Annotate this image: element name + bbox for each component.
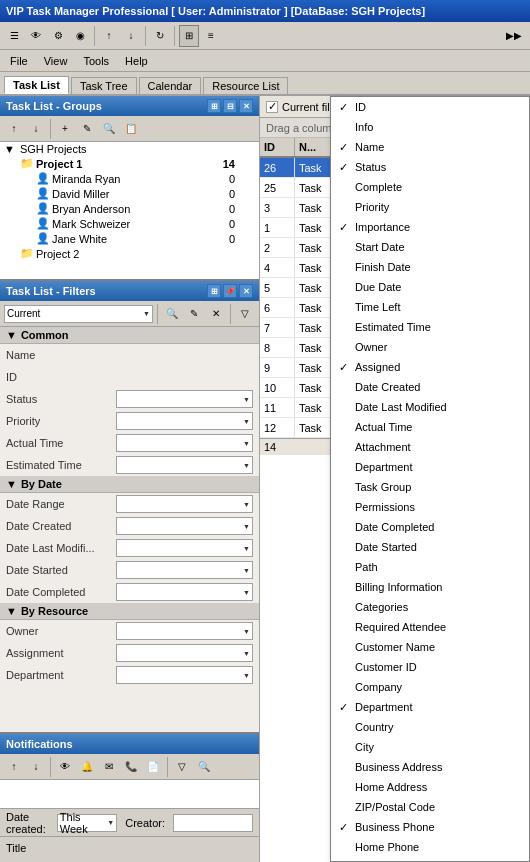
- dropdown-item-taskgroup[interactable]: Task Group: [331, 477, 529, 497]
- tab-calendar[interactable]: Calendar: [139, 77, 202, 94]
- dropdown-item-complete[interactable]: Complete: [331, 177, 529, 197]
- dropdown-item-attachment[interactable]: Attachment: [331, 437, 529, 457]
- toolbar-btn-circle[interactable]: ◉: [70, 25, 90, 47]
- notif-btn-bell[interactable]: 🔔: [77, 756, 97, 778]
- toolbar-btn-grid[interactable]: ⊞: [179, 25, 199, 47]
- dropdown-item-customerid[interactable]: Customer ID: [331, 657, 529, 677]
- tree-person-3[interactable]: 👤 Bryan Anderson 0: [0, 201, 259, 216]
- filter-datecompleted-combo[interactable]: ▼: [116, 583, 253, 601]
- current-filter-checkbox[interactable]: ✓: [266, 101, 278, 113]
- tree-root[interactable]: ▼ SGH Projects: [0, 142, 259, 156]
- dropdown-item-importance[interactable]: Importance: [331, 217, 529, 237]
- filter-section-date[interactable]: ▼ By Date: [0, 476, 259, 493]
- tree-person-5[interactable]: 👤 Jane White 0: [0, 231, 259, 246]
- filter-current-combo[interactable]: Current ▼: [4, 305, 153, 323]
- dropdown-item-jobtitle[interactable]: Job Title: [331, 857, 529, 862]
- dropdown-item-homephone[interactable]: Home Phone: [331, 837, 529, 857]
- filters-icon-1[interactable]: ⊞: [207, 284, 221, 298]
- notif-btn-1[interactable]: ↑: [4, 756, 24, 778]
- dropdown-item-country[interactable]: Country: [331, 717, 529, 737]
- dropdown-item-actualtime[interactable]: Actual Time: [331, 417, 529, 437]
- toolbar-btn-right[interactable]: ▶▶: [502, 25, 526, 47]
- th-id[interactable]: ID: [260, 138, 295, 156]
- filters-icon-pin[interactable]: 📌: [223, 284, 237, 298]
- dropdown-item-estimatedtime[interactable]: Estimated Time: [331, 317, 529, 337]
- tg-btn-5[interactable]: 🔍: [99, 118, 119, 140]
- tree-project2[interactable]: 📁 Project 2: [0, 246, 259, 261]
- tab-resource-list[interactable]: Resource List: [203, 77, 288, 94]
- dropdown-item-info[interactable]: Info: [331, 117, 529, 137]
- dropdown-item-datecreated[interactable]: Date Created: [331, 377, 529, 397]
- notif-btn-filter[interactable]: ▽: [172, 756, 192, 778]
- dropdown-item-datelastmod[interactable]: Date Last Modified: [331, 397, 529, 417]
- filter-btn-funnel[interactable]: ▽: [235, 303, 255, 325]
- toolbar-btn-refresh[interactable]: ↻: [150, 25, 170, 47]
- filter-section-common[interactable]: ▼ Common: [0, 327, 259, 344]
- tree-person-4[interactable]: 👤 Mark Schweizer 0: [0, 216, 259, 231]
- filter-status-combo[interactable]: ▼: [116, 390, 253, 408]
- dropdown-item-assigned[interactable]: Assigned: [331, 357, 529, 377]
- tg-btn-4[interactable]: ✎: [77, 118, 97, 140]
- dropdown-item-requiredattendee[interactable]: Required Attendee: [331, 617, 529, 637]
- dropdown-item-owner[interactable]: Owner: [331, 337, 529, 357]
- notif-btn-mail[interactable]: ✉: [99, 756, 119, 778]
- task-groups-icon-1[interactable]: ⊞: [207, 99, 221, 113]
- filter-datelastmod-combo[interactable]: ▼: [116, 539, 253, 557]
- tree-person-2[interactable]: 👤 David Miller 0: [0, 186, 259, 201]
- dropdown-item-startdate[interactable]: Start Date: [331, 237, 529, 257]
- filter-btn-1[interactable]: 🔍: [162, 303, 182, 325]
- toolbar-btn-gear[interactable]: ⚙: [48, 25, 68, 47]
- dropdown-item-department2[interactable]: Department: [331, 697, 529, 717]
- notif-btn-funnel2[interactable]: 🔍: [194, 756, 214, 778]
- notif-btn-doc[interactable]: 📄: [143, 756, 163, 778]
- filter-btn-clear[interactable]: ✕: [206, 303, 226, 325]
- toolbar-btn-down[interactable]: ↓: [121, 25, 141, 47]
- dropdown-item-duedate[interactable]: Due Date: [331, 277, 529, 297]
- dropdown-item-categories[interactable]: Categories: [331, 597, 529, 617]
- tg-btn-1[interactable]: ↑: [4, 118, 24, 140]
- task-groups-icon-close[interactable]: ✕: [239, 99, 253, 113]
- dropdown-item-timeleft[interactable]: Time Left: [331, 297, 529, 317]
- dropdown-item-finishdate[interactable]: Finish Date: [331, 257, 529, 277]
- toolbar-btn-1[interactable]: ☰: [4, 25, 24, 47]
- filter-btn-2[interactable]: ✎: [184, 303, 204, 325]
- dropdown-item-customername[interactable]: Customer Name: [331, 637, 529, 657]
- notif-btn-phone[interactable]: 📞: [121, 756, 141, 778]
- dropdown-item-bizaddress[interactable]: Business Address: [331, 757, 529, 777]
- tree-project1[interactable]: 📁 Project 1 14: [0, 156, 259, 171]
- dropdown-item-city[interactable]: City: [331, 737, 529, 757]
- filter-datestarted-combo[interactable]: ▼: [116, 561, 253, 579]
- date-created-combo[interactable]: This Week ▼: [57, 814, 117, 832]
- dropdown-item-bizphone[interactable]: Business Phone: [331, 817, 529, 837]
- toolbar-btn-list[interactable]: ≡: [201, 25, 221, 47]
- menu-view[interactable]: View: [38, 53, 74, 69]
- filter-department-combo[interactable]: ▼: [116, 666, 253, 684]
- dropdown-item-company[interactable]: Company: [331, 677, 529, 697]
- tg-btn-6[interactable]: 📋: [121, 118, 141, 140]
- filter-priority-combo[interactable]: ▼: [116, 412, 253, 430]
- filter-owner-combo[interactable]: ▼: [116, 622, 253, 640]
- filter-assignment-combo[interactable]: ▼: [116, 644, 253, 662]
- filter-section-resource[interactable]: ▼ By Resource: [0, 603, 259, 620]
- tg-btn-2[interactable]: ↓: [26, 118, 46, 140]
- notif-btn-2[interactable]: ↓: [26, 756, 46, 778]
- tab-task-list[interactable]: Task List: [4, 76, 69, 94]
- filters-icon-close[interactable]: ✕: [239, 284, 253, 298]
- dropdown-item-name[interactable]: Name: [331, 137, 529, 157]
- dropdown-item-billing[interactable]: Billing Information: [331, 577, 529, 597]
- tree-person-1[interactable]: 👤 Miranda Ryan 0: [0, 171, 259, 186]
- toolbar-btn-eye[interactable]: 👁: [26, 25, 46, 47]
- dropdown-item-dept[interactable]: Department: [331, 457, 529, 477]
- creator-input[interactable]: [173, 814, 253, 832]
- menu-tools[interactable]: Tools: [77, 53, 115, 69]
- dropdown-item-permissions[interactable]: Permissions: [331, 497, 529, 517]
- filter-daterange-combo[interactable]: ▼: [116, 495, 253, 513]
- dropdown-item-datestarted[interactable]: Date Started: [331, 537, 529, 557]
- notif-btn-eye[interactable]: 👁: [55, 756, 75, 778]
- tg-btn-3[interactable]: +: [55, 118, 75, 140]
- dropdown-item-id[interactable]: ID: [331, 97, 529, 117]
- dropdown-item-homeaddress[interactable]: Home Address: [331, 777, 529, 797]
- filter-estimated-combo[interactable]: ▼: [116, 456, 253, 474]
- menu-file[interactable]: File: [4, 53, 34, 69]
- task-groups-icon-2[interactable]: ⊟: [223, 99, 237, 113]
